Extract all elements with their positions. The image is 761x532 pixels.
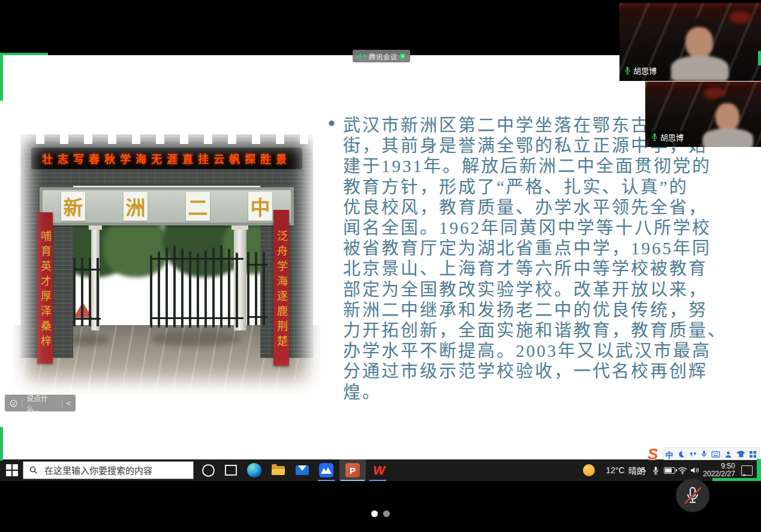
- bullet-glyph: •: [328, 112, 335, 135]
- participant-name-tag: 胡思博: [624, 65, 657, 76]
- powerpoint-icon: P: [345, 463, 360, 477]
- taskbar-app-mail[interactable]: [290, 459, 314, 481]
- volume-button[interactable]: [688, 459, 700, 481]
- slide-text-line: 教育方针，形成了“严格、扎实、认真”的: [343, 177, 727, 197]
- led-banner-text: 壮志写春秋学海无涯直挂云帆探胜景: [42, 151, 291, 166]
- clock-time: 9:50: [703, 462, 735, 471]
- share-border-top-left-v: [0, 53, 3, 101]
- slide-dot-active[interactable]: [371, 510, 378, 517]
- slide-text-line: 被省教育厅定为湖北省重点中学，1965年同: [343, 238, 727, 259]
- tray-overflow-button[interactable]: [637, 459, 649, 481]
- ime-mic-icon[interactable]: [701, 450, 707, 458]
- emoji-icon[interactable]: [10, 399, 17, 408]
- sun-icon: [583, 464, 595, 476]
- slide-text-line: 北京景山、上海育才等六所中等学校被教育: [343, 259, 727, 279]
- photo-side-gate-right: [247, 252, 267, 325]
- weather-button[interactable]: [580, 459, 597, 481]
- slide-text-line: 力开拓创新，全面实施和谐教育，教育质量、: [343, 320, 727, 341]
- photo-gate-reflection: [67, 334, 109, 346]
- ime-account-icon[interactable]: [724, 450, 732, 458]
- sign-char: 二: [188, 192, 208, 221]
- wps-icon: W: [373, 463, 385, 477]
- taskbar-app-tencent-meeting[interactable]: [314, 459, 338, 481]
- sign-char: 新: [64, 192, 83, 221]
- mic-on-icon: [624, 66, 631, 75]
- app-running-underline: [318, 480, 335, 482]
- windows-logo-icon: [6, 464, 18, 476]
- cortana-icon: [202, 464, 215, 477]
- shared-screen: 腾讯会议 胡思博 胡思博 • 武汉市新洲区第二中学坐落在鄂东古: [0, 0, 761, 532]
- divider: [62, 399, 62, 407]
- participant-name-tag: 胡思博: [648, 131, 687, 143]
- share-border-bottom-left-v: [0, 427, 3, 461]
- slide-text-line: 煌。: [343, 382, 727, 402]
- punctuation-icon[interactable]: [689, 451, 697, 457]
- slide-text-line: 部定为全国教改实验学校。改革开放以来，: [343, 279, 727, 300]
- photo-gate-reflection: [151, 331, 241, 347]
- divider: [22, 399, 22, 407]
- meeting-status-badge[interactable]: 腾讯会议: [353, 50, 410, 62]
- taskbar-app-wps[interactable]: W: [367, 459, 391, 481]
- taskbar-app-powerpoint[interactable]: P: [339, 459, 366, 481]
- shield-icon: [400, 53, 405, 59]
- gate-sign-plaque: 二: [186, 192, 210, 221]
- slide-text-line: 建于1931年。解放后新洲二中全面贯彻党的: [343, 156, 727, 176]
- chat-placeholder[interactable]: 说点什么...: [26, 393, 57, 413]
- powerpoint-glyph: P: [350, 465, 356, 476]
- couplet-left: 哺育英才厚泽桑梓: [37, 212, 53, 363]
- task-view-button[interactable]: [222, 459, 240, 481]
- slide-text-line: 闻名全国。1962年同黄冈中学等十八所学校: [343, 218, 727, 238]
- app-active-underline: [341, 480, 365, 482]
- ime-toolbox-icon[interactable]: [749, 450, 757, 458]
- video-feed-2[interactable]: 胡思博: [645, 82, 761, 147]
- slide-text-line: 优良校风，教育质量、办学水平领先全省，: [343, 197, 727, 218]
- share-border-top-left-h: [0, 53, 48, 55]
- meeting-badge-label: 腾讯会议: [369, 52, 398, 61]
- wifi-icon: [678, 467, 687, 474]
- file-explorer-icon: [272, 466, 285, 475]
- sogou-logo-icon[interactable]: S: [648, 445, 658, 464]
- mail-icon: [296, 465, 309, 475]
- couplet-right: 泛舟学海逐鹿荆楚: [273, 210, 289, 366]
- app-running-underline: [369, 480, 386, 482]
- taskbar-search-box[interactable]: [23, 461, 194, 479]
- signal-strength-icon: [356, 53, 361, 59]
- share-border-top-right-v: [758, 51, 761, 65]
- ime-toolbar: 中: [663, 448, 759, 460]
- ime-skin-icon[interactable]: [736, 450, 745, 458]
- slide-text-line: 办学水平不断提高。2003年又以武汉市最高: [343, 341, 727, 361]
- video-feed-1[interactable]: 胡思博: [619, 3, 761, 81]
- battery-icon: [664, 467, 675, 474]
- wifi-button[interactable]: [676, 459, 688, 481]
- status-dot-icon: [363, 55, 366, 58]
- slide-text-line: 分通过市级示范学校验收，一代名校再创辉: [343, 361, 727, 381]
- gate-sign: 新 洲 二 中: [40, 187, 294, 226]
- mute-microphone-button[interactable]: [676, 479, 709, 512]
- photo-main-gate: [150, 245, 243, 327]
- cortana-button[interactable]: [199, 459, 217, 481]
- battery-button[interactable]: [662, 459, 676, 481]
- weather-temp: 12°C: [606, 465, 624, 475]
- soft-keyboard-icon[interactable]: [711, 451, 720, 458]
- action-center-icon: [741, 465, 753, 476]
- task-view-icon: [225, 465, 237, 476]
- taskbar-app-file-explorer[interactable]: [266, 459, 290, 481]
- tencent-meeting-icon: [319, 463, 333, 477]
- ime-mode-toggle[interactable]: 中: [665, 449, 673, 460]
- chevron-up-icon: [639, 468, 646, 473]
- photo-side-gate-left: [73, 258, 101, 326]
- start-button[interactable]: [4, 459, 20, 481]
- search-icon: [29, 466, 38, 474]
- fullwidth-moon-icon[interactable]: [677, 450, 685, 458]
- windows-taskbar: P W 12°C 晴朗 9:50 2022/2/27: [0, 459, 761, 481]
- speaker-icon: [690, 467, 699, 474]
- collapse-chat-arrow[interactable]: <: [66, 399, 71, 408]
- chat-input-pill[interactable]: 说点什么... <: [5, 395, 76, 411]
- search-input[interactable]: [43, 465, 184, 476]
- sign-char: 洲: [126, 192, 146, 221]
- slide-text-block: 武汉市新洲区第二中学坐落在鄂东古 街，其前身是誉满全鄂的私立正源中学，始 建于1…: [343, 115, 727, 402]
- taskbar-app-edge[interactable]: [242, 459, 266, 481]
- gate-sign-plaque: 洲: [124, 192, 148, 221]
- slide-dot-inactive[interactable]: [383, 510, 390, 517]
- gate-sign-plaque: 新: [61, 192, 85, 221]
